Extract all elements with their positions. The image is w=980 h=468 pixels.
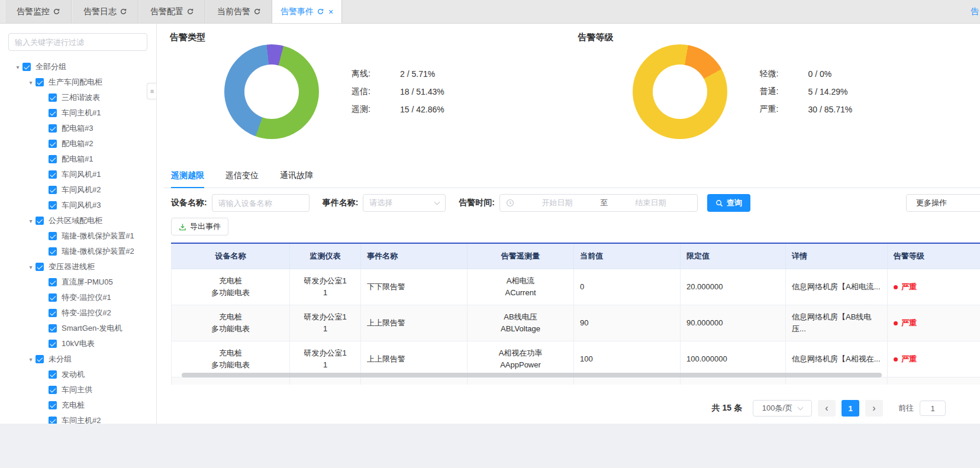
- refresh-icon[interactable]: [187, 8, 194, 15]
- legend-item[interactable]: 遥测:15 / 42.86%: [352, 101, 457, 118]
- event-tab-通讯故障[interactable]: 通讯故障: [280, 170, 313, 188]
- tree-item[interactable]: ▾未分组: [8, 351, 156, 367]
- legend-item[interactable]: 轻微:0 / 0%: [760, 65, 865, 83]
- window-tab[interactable]: 告警日志: [72, 0, 138, 23]
- tree-item[interactable]: 三相谐波表: [8, 90, 156, 105]
- tree-checkbox[interactable]: [36, 78, 44, 86]
- refresh-icon[interactable]: [254, 8, 260, 15]
- tree-item[interactable]: 车间风机#1: [8, 167, 156, 182]
- tree-checkbox[interactable]: [22, 63, 31, 71]
- tree-item[interactable]: ▾生产车间配电柜: [8, 75, 156, 90]
- start-date-placeholder[interactable]: 开始日期: [517, 198, 598, 208]
- query-button-label: 查询: [727, 198, 742, 208]
- page-size-select[interactable]: 100条/页: [753, 400, 812, 417]
- tree-item[interactable]: 配电箱#1: [8, 151, 156, 167]
- tree-item[interactable]: 车间风机#3: [8, 198, 156, 213]
- window-tab[interactable]: 当前告警: [205, 0, 272, 23]
- tree-checkbox[interactable]: [49, 340, 57, 348]
- refresh-icon[interactable]: [317, 8, 324, 15]
- table-cell: 信息网络机房【AB线电压...: [786, 305, 888, 341]
- tree-expand-caret-icon[interactable]: ▾: [26, 356, 36, 363]
- close-icon[interactable]: ×: [328, 7, 333, 17]
- end-date-placeholder[interactable]: 结束日期: [610, 198, 691, 208]
- alarm-type-donut[interactable]: [224, 44, 319, 139]
- export-events-button[interactable]: 导出事件: [171, 218, 228, 235]
- goto-page-input[interactable]: [920, 401, 946, 416]
- tree-item[interactable]: 特变-温控仪#2: [8, 305, 156, 321]
- event-name-select[interactable]: 请选择: [363, 194, 446, 212]
- tree-item[interactable]: 10kV电表: [8, 336, 156, 351]
- tree-item[interactable]: 配电箱#3: [8, 121, 156, 136]
- tree-checkbox[interactable]: [49, 201, 57, 209]
- alarm-time-range-picker[interactable]: 开始日期 至 结束日期: [499, 194, 698, 212]
- tree-item[interactable]: 瑞捷-微机保护装置#2: [8, 244, 156, 259]
- refresh-icon[interactable]: [53, 8, 60, 15]
- tree-checkbox[interactable]: [49, 155, 57, 163]
- tree-item[interactable]: 车间主机#2: [8, 413, 156, 424]
- tree-item[interactable]: 发动机: [8, 367, 156, 382]
- tree-checkbox[interactable]: [36, 263, 44, 271]
- corner-link[interactable]: 告: [971, 0, 980, 24]
- tree-item[interactable]: 配电箱#2: [8, 136, 156, 151]
- tree-item[interactable]: 瑞捷-微机保护装置#1: [8, 228, 156, 244]
- tree-checkbox[interactable]: [49, 109, 57, 117]
- tree-expand-caret-icon[interactable]: ▾: [26, 79, 36, 86]
- tree-item[interactable]: 车间风机#2: [8, 182, 156, 198]
- tree-item[interactable]: 车间主机#1: [8, 105, 156, 121]
- event-tab-遥测越限[interactable]: 遥测越限: [171, 170, 204, 188]
- table-row[interactable]: 充电桩多功能电表研发办公室11下下限告警A相电流ACurrent020.0000…: [172, 377, 980, 385]
- tree-item[interactable]: SmartGen-发电机: [8, 321, 156, 336]
- tree-checkbox[interactable]: [49, 324, 57, 333]
- event-tab-遥信变位[interactable]: 遥信变位: [225, 170, 259, 188]
- tree-checkbox[interactable]: [49, 232, 57, 240]
- prev-page-button[interactable]: ‹: [818, 400, 836, 417]
- tree-filter-input[interactable]: [8, 33, 147, 51]
- more-actions-button[interactable]: 更多操作: [906, 194, 980, 212]
- tree-item[interactable]: 充电桩: [8, 398, 156, 413]
- tree-checkbox[interactable]: [49, 386, 57, 394]
- window-tab[interactable]: 告警事件×: [272, 0, 342, 23]
- tree-checkbox[interactable]: [49, 140, 57, 148]
- sidebar-collapse-icon[interactable]: ≡: [147, 83, 157, 99]
- device-name-input[interactable]: [212, 194, 310, 212]
- refresh-icon[interactable]: [120, 8, 127, 15]
- tree-checkbox[interactable]: [49, 278, 57, 286]
- query-button[interactable]: 查询: [707, 194, 750, 212]
- legend-item[interactable]: 遥信:18 / 51.43%: [352, 83, 457, 101]
- tree-checkbox[interactable]: [49, 417, 57, 424]
- tree-expand-caret-icon[interactable]: ▾: [13, 64, 22, 70]
- tree-checkbox[interactable]: [49, 309, 57, 317]
- tree-expand-caret-icon[interactable]: ▾: [26, 218, 36, 224]
- tree-item[interactable]: 直流屏-PMU05: [8, 275, 156, 290]
- tree-checkbox[interactable]: [49, 170, 57, 179]
- tree-item[interactable]: 车间主供: [8, 382, 156, 398]
- alarm-level-donut[interactable]: [633, 44, 727, 139]
- tree-item[interactable]: ▾变压器进线柜: [8, 259, 156, 275]
- table-row[interactable]: 充电桩多功能电表研发办公室11上上限告警AB线电压ABLVoltage9090.…: [172, 305, 980, 341]
- tree-checkbox[interactable]: [49, 93, 57, 102]
- tree-expand-caret-icon[interactable]: ▾: [26, 264, 36, 270]
- alarm-level-chart: 告警等级 轻微:0 / 0%普通:5 / 14.29%严重:30 / 85.71…: [572, 24, 980, 166]
- horizontal-scrollbar[interactable]: [182, 373, 882, 377]
- tree-item[interactable]: ▾公共区域配电柜: [8, 213, 156, 228]
- table-row[interactable]: 充电桩多功能电表研发办公室11下下限告警A相电流ACurrent020.0000…: [172, 269, 980, 305]
- legend-item[interactable]: 严重:30 / 85.71%: [760, 101, 865, 118]
- tree-checkbox[interactable]: [49, 370, 57, 379]
- tree-checkbox[interactable]: [36, 355, 44, 363]
- tree-checkbox[interactable]: [49, 401, 57, 409]
- tree-item[interactable]: ▾全部分组: [8, 59, 156, 75]
- tree-checkbox[interactable]: [36, 217, 44, 225]
- next-page-button[interactable]: ›: [865, 400, 883, 417]
- table-row[interactable]: 充电桩多功能电表研发办公室11上上限告警A相视在功率AAppPower10010…: [172, 341, 980, 377]
- tree-checkbox[interactable]: [49, 186, 57, 194]
- page-number-button[interactable]: 1: [842, 400, 859, 417]
- tree-checkbox[interactable]: [49, 247, 57, 256]
- window-tab[interactable]: 告警配置: [138, 0, 205, 23]
- window-tab[interactable]: 告警监控: [5, 0, 72, 23]
- legend-item[interactable]: 离线:2 / 5.71%: [352, 65, 457, 83]
- tree-checkbox[interactable]: [49, 124, 57, 133]
- tree-item[interactable]: 特变-温控仪#1: [8, 290, 156, 305]
- tree-checkbox[interactable]: [49, 293, 57, 302]
- tree-item-label: 车间主机#1: [62, 108, 101, 118]
- legend-item[interactable]: 普通:5 / 14.29%: [760, 83, 865, 101]
